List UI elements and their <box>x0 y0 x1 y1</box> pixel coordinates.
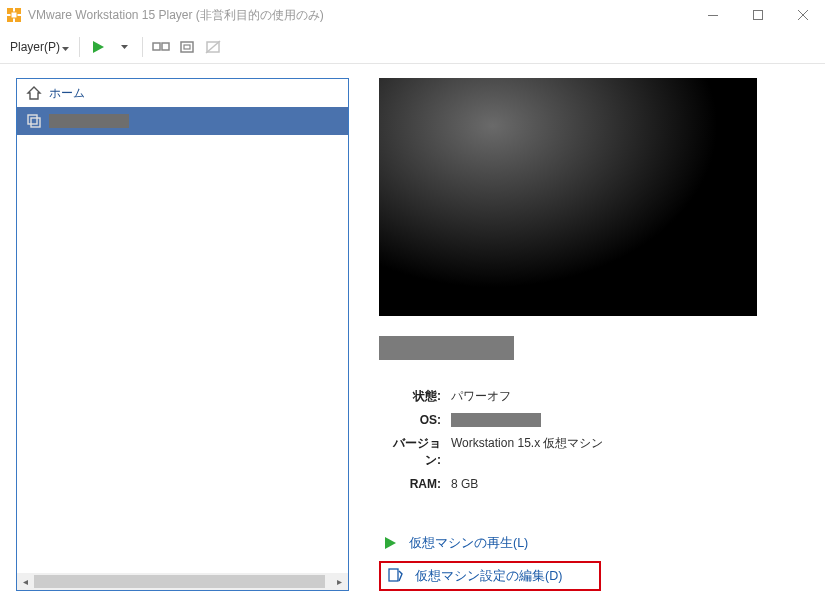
ram-value: 8 GB <box>451 477 478 491</box>
close-button[interactable] <box>780 0 825 30</box>
vm-list-item-selected[interactable] <box>17 107 348 135</box>
maximize-button[interactable] <box>735 0 780 30</box>
prop-ram: RAM: 8 GB <box>379 477 809 491</box>
send-ctrl-alt-del-button[interactable] <box>149 35 173 59</box>
power-on-button[interactable] <box>86 35 110 59</box>
scroll-left-arrow[interactable]: ◂ <box>17 573 34 590</box>
player-menu-label: Player(P) <box>10 40 60 54</box>
vm-details-panel: 状態: パワーオフ OS: バージョン: Workstation 15.x 仮想… <box>379 78 809 591</box>
edit-vm-settings-link[interactable]: 仮想マシン設定の編集(D) <box>379 561 601 591</box>
main-content: ホーム ◂ ▸ 状態: パワーオフ OS: <box>0 64 825 601</box>
minimize-button[interactable] <box>690 0 735 30</box>
unity-button[interactable] <box>201 35 225 59</box>
os-label: OS: <box>379 413 451 427</box>
window-controls <box>690 0 825 30</box>
fullscreen-button[interactable] <box>175 35 199 59</box>
scroll-right-arrow[interactable]: ▸ <box>331 573 348 590</box>
vm-list: ホーム <box>17 79 348 573</box>
prop-state: 状態: パワーオフ <box>379 388 809 405</box>
vm-preview-thumbnail <box>379 78 757 316</box>
play-vm-label: 仮想マシンの再生(L) <box>409 535 528 552</box>
play-icon <box>381 534 399 552</box>
svg-rect-6 <box>753 11 762 20</box>
state-value: パワーオフ <box>451 388 511 405</box>
ram-label: RAM: <box>379 477 451 491</box>
svg-rect-4 <box>11 12 17 18</box>
vm-properties: 状態: パワーオフ OS: バージョン: Workstation 15.x 仮想… <box>379 388 809 499</box>
power-dropdown-button[interactable] <box>112 35 136 59</box>
home-icon <box>25 84 43 102</box>
home-item[interactable]: ホーム <box>17 79 348 107</box>
vm-name-heading-redacted <box>379 336 514 360</box>
state-label: 状態: <box>379 388 451 405</box>
settings-icon <box>387 567 405 585</box>
svg-rect-15 <box>184 45 190 49</box>
svg-line-17 <box>206 41 220 53</box>
vm-icon <box>25 112 43 130</box>
toolbar: Player(P) <box>0 30 825 64</box>
home-label: ホーム <box>49 85 85 102</box>
separator <box>142 37 143 57</box>
scroll-track[interactable] <box>34 573 331 590</box>
app-logo-icon <box>6 7 22 23</box>
svg-rect-21 <box>389 569 398 581</box>
separator <box>79 37 80 57</box>
prop-version: バージョン: Workstation 15.x 仮想マシン <box>379 435 809 469</box>
svg-rect-5 <box>708 15 718 16</box>
play-vm-link[interactable]: 仮想マシンの再生(L) <box>379 529 809 557</box>
version-value: Workstation 15.x 仮想マシン <box>451 435 603 469</box>
vm-name-redacted <box>49 114 129 128</box>
player-menu[interactable]: Player(P) <box>6 37 73 57</box>
vm-library-sidebar: ホーム ◂ ▸ <box>16 78 349 591</box>
titlebar: VMware Workstation 15 Player (非営利目的の使用のみ… <box>0 0 825 30</box>
edit-vm-settings-label: 仮想マシン設定の編集(D) <box>415 568 562 585</box>
svg-marker-11 <box>121 45 128 49</box>
svg-rect-19 <box>31 118 40 127</box>
dropdown-icon <box>62 40 69 54</box>
prop-os: OS: <box>379 413 809 427</box>
svg-rect-13 <box>162 43 169 50</box>
svg-marker-9 <box>62 47 69 51</box>
os-value-redacted <box>451 413 541 427</box>
svg-rect-18 <box>28 115 37 124</box>
version-label: バージョン: <box>379 435 451 469</box>
window-title: VMware Workstation 15 Player (非営利目的の使用のみ… <box>28 7 324 24</box>
horizontal-scrollbar[interactable]: ◂ ▸ <box>17 573 348 590</box>
svg-marker-20 <box>385 537 396 549</box>
svg-marker-10 <box>93 41 104 53</box>
svg-rect-14 <box>181 42 193 52</box>
scroll-thumb[interactable] <box>34 575 325 588</box>
svg-rect-12 <box>153 43 160 50</box>
vm-actions: 仮想マシンの再生(L) 仮想マシン設定の編集(D) <box>379 529 809 591</box>
